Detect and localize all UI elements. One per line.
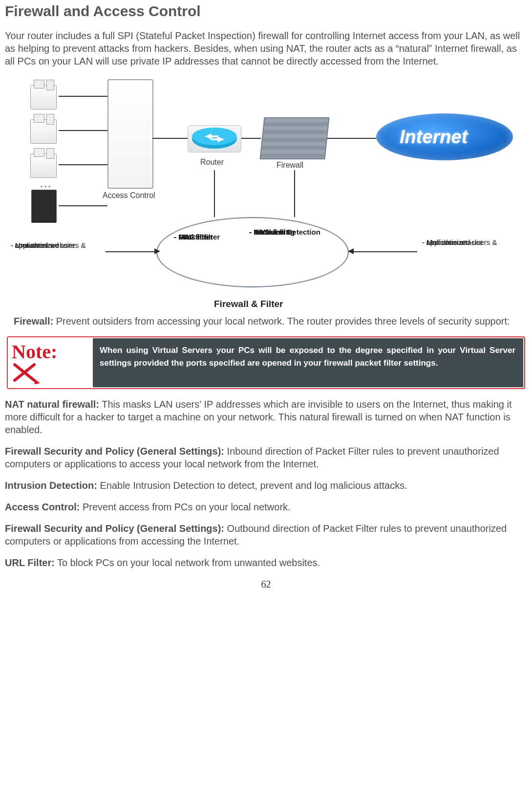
router-icon (188, 125, 241, 153)
connector-line (214, 170, 215, 217)
network-diagram: … Access Control Router Firewall Interne… (5, 74, 523, 314)
item-text: Prevent access from PCs on your local ne… (80, 502, 290, 512)
internet-label: Internet (400, 125, 468, 149)
lan-pc-icon (30, 85, 57, 109)
note-text: When using Virtual Servers your PCs will… (93, 337, 524, 388)
lan-pc-icon (30, 153, 57, 178)
intro-paragraph: Your router includes a full SPI (Statefu… (5, 29, 527, 67)
lan-server-icon (31, 190, 57, 223)
item-bold: URL Filter: (5, 557, 55, 568)
connector-line (59, 205, 107, 206)
item-access-control: Access Control: Prevent access from PCs … (5, 501, 527, 513)
svg-marker-4 (34, 379, 40, 384)
item-bold: NAT natural firewall: (5, 399, 99, 410)
connector-line (59, 164, 107, 165)
pencil-x-icon (12, 361, 41, 385)
firewall-summary: Firewall: Prevent outsiders from accessi… (14, 315, 527, 328)
lan-pc-icon (30, 119, 57, 144)
connector-line (294, 170, 295, 217)
item-bold: Firewall Security and Policy (General Se… (5, 523, 224, 534)
firewall-label-text: Prevent outsiders from accessing your lo… (53, 316, 510, 327)
router-label: Router (200, 157, 224, 168)
item-bold: Intrusion Detection: (5, 480, 97, 491)
arrow-left-icon (348, 248, 354, 254)
arrow-right-icon (154, 248, 160, 254)
connector-line (106, 251, 154, 252)
connector-line (152, 138, 188, 139)
note-word: Note: (12, 342, 57, 362)
ellipsis-icon: … (39, 175, 54, 192)
connector-line (241, 138, 261, 139)
page-number: 62 (5, 578, 527, 591)
access-control-label: Access Control (103, 191, 155, 201)
firewall-label: Firewall (277, 160, 303, 171)
item-bold: Firewall Security and Policy (General Se… (5, 446, 224, 457)
item-bold: Access Control: (5, 502, 80, 512)
firewall-icon (259, 117, 329, 159)
diagram-caption: Firewall & Filter (214, 298, 283, 310)
connector-line (354, 251, 417, 252)
note-callout: Note: When using Virtual Servers your PC… (7, 336, 525, 389)
item-text: Enable Intrusion Detection to detect, pr… (97, 480, 407, 491)
connector-line (327, 138, 376, 139)
note-badge: Note: (8, 337, 93, 388)
connector-line (59, 96, 107, 97)
item-intrusion: Intrusion Detection: Enable Intrusion De… (5, 479, 527, 492)
item-inbound: Firewall Security and Policy (General Se… (5, 445, 527, 470)
connector-line (59, 130, 107, 131)
item-nat: NAT natural firewall: This masks LAN use… (5, 398, 527, 436)
item-url-filter: URL Filter: To block PCs on your local n… (5, 556, 527, 569)
item-text: To block PCs on your local network from … (55, 557, 320, 568)
item-outbound: Firewall Security and Policy (General Se… (5, 522, 527, 547)
access-control-box (107, 79, 153, 189)
page-title: Firewall and Access Control (5, 1, 527, 21)
firewall-label-bold: Firewall: (14, 316, 53, 327)
